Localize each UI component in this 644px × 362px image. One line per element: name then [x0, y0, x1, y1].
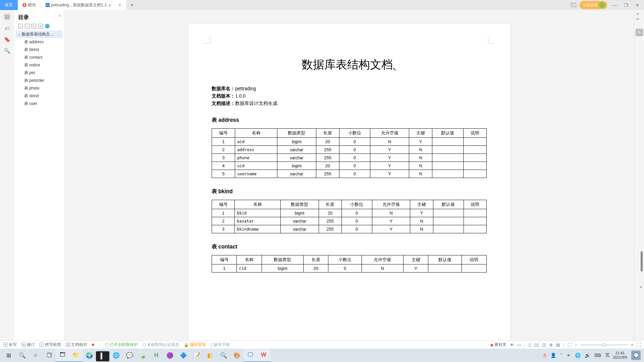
material-library[interactable]: ◆素材库 [490, 342, 506, 348]
status-auth[interactable]: ⬡未获取到认证状态 [143, 342, 179, 348]
tree-item-skind[interactable]: 表 skind [15, 92, 63, 100]
table-cell: Y [403, 264, 428, 273]
zoom-slider[interactable] [581, 345, 628, 345]
table-header: 说明 [463, 129, 486, 138]
table-header: 数据类型 [280, 200, 319, 209]
app-earth-icon[interactable]: 🌍 [83, 349, 96, 362]
table-cell [433, 225, 464, 233]
app-explorer-icon[interactable]: 📁 [69, 349, 83, 362]
tree-item-notice[interactable]: 表 notice [15, 61, 63, 69]
tree-item-user[interactable]: 表 user [15, 100, 63, 108]
maximize-button[interactable]: ❐ [622, 3, 630, 8]
tray-sync-icon[interactable]: ☀ [566, 353, 572, 358]
tree-item-contact[interactable]: 表 contact [15, 54, 63, 61]
bookmark-icon[interactable]: 🔖 [4, 36, 10, 43]
tree-item-pet[interactable]: 表 pet [15, 69, 63, 77]
app-folder-icon[interactable]: 🗔 [56, 349, 69, 362]
status-revise[interactable]: ✕修订 [21, 342, 35, 348]
layout-web-icon[interactable]: ⊕ [549, 343, 553, 347]
app-chrome-icon[interactable]: 🌐 [109, 349, 123, 362]
tray-lang-icon[interactable]: 英 [604, 352, 611, 358]
app-cube-icon[interactable]: ◧ [203, 349, 217, 362]
status-spellcheck[interactable]: ✓拼写检查 [40, 342, 61, 348]
table-cell: aid [235, 138, 277, 146]
status-proofread[interactable]: ☑文档校对 [66, 342, 87, 348]
status-restrict[interactable]: 🔒编辑受限 [184, 342, 206, 348]
search-icon[interactable]: 🔍 [4, 48, 10, 54]
app-notes-icon[interactable]: 📝 [190, 349, 203, 362]
tray-network-icon[interactable]: 🌐 [574, 353, 582, 358]
expand-icon[interactable]: + [32, 24, 36, 28]
fit-width-icon[interactable]: ⛶ [568, 343, 572, 347]
app-terminal-icon[interactable]: ▍ [96, 351, 109, 361]
word-icon: W [46, 3, 50, 7]
zoom-in-button[interactable]: + [631, 343, 633, 347]
expand-all-icon[interactable]: – [25, 24, 30, 28]
zoom-out-button[interactable]: − [575, 343, 577, 347]
zoom-knob[interactable] [603, 343, 606, 347]
tree-item-address[interactable]: 表 address [15, 38, 63, 46]
app-eclipse-icon[interactable]: 🟣 [163, 349, 176, 362]
taskview-icon[interactable]: ❐ [42, 349, 56, 362]
ruler-icon[interactable]: ⇄⇄ [636, 12, 639, 21]
layout-double-icon[interactable]: ▯▯ [534, 343, 539, 347]
window-count-icon[interactable] [571, 3, 576, 7]
status-rights[interactable]: 🛡已开启权限保护 [105, 342, 138, 348]
edit-mode-icon[interactable]: ✎ [636, 29, 643, 36]
collapse-all-icon[interactable]: – [18, 24, 23, 28]
app-paint-icon[interactable]: 🎨 [230, 349, 244, 362]
close-window-button[interactable]: ✕ [634, 3, 641, 8]
close-icon[interactable]: ✕ [118, 3, 121, 7]
tray-volume-icon[interactable]: 🔊 [584, 353, 591, 358]
tab-doke[interactable]: ⬇稻壳 [18, 0, 41, 10]
fullscreen-icon[interactable]: ⛶ [637, 343, 641, 347]
scrollbar-thumb[interactable] [641, 251, 643, 272]
document-canvas[interactable]: 数据库表结构文档↖ 数据库名：pettrading 文档版本：1.0.0 文档描… [64, 10, 634, 349]
tray-people-icon[interactable]: 👤 [549, 353, 557, 358]
table-header: 主键 [403, 255, 428, 264]
tray-ime-icon[interactable]: ⌨ [593, 353, 602, 358]
app-clover-icon[interactable]: 🔷 [176, 349, 190, 362]
close-outline-icon[interactable]: ✕ [58, 13, 61, 18]
new-tab-button[interactable]: + [126, 2, 138, 8]
notifications-icon[interactable]: 💬 [631, 351, 641, 360]
tab-document[interactable]: W pettrading…系统数据库文档1.1 ◐ ✕ [41, 0, 126, 10]
tree-root[interactable]: 数据库表结构文… [15, 31, 63, 38]
eye-icon[interactable]: 👁 [510, 343, 514, 347]
taskbar-clock[interactable]: 21:41 2021/9/9 [613, 351, 627, 360]
tab-home[interactable]: 首页 [0, 0, 18, 10]
tree-item-bkind[interactable]: 表 bkind [15, 46, 63, 54]
table-cell [464, 225, 486, 233]
scroll-up-icon[interactable]: ▲ [639, 285, 642, 288]
table-header: 数据类型 [277, 129, 316, 138]
table-header: 默认值 [432, 129, 463, 138]
view-page-icon[interactable]: ▭ [517, 343, 521, 347]
app-wechat-icon[interactable]: 💬 [123, 349, 136, 362]
app-wps-icon[interactable]: W [257, 349, 270, 362]
tray-sogou-icon[interactable]: S [542, 353, 547, 358]
status-rewrite[interactable]: ✎改写 [3, 342, 17, 348]
app-screen-icon[interactable]: 🖵 [244, 349, 257, 362]
tag-icon[interactable]: 🏷 [4, 25, 10, 32]
tree-item-petorder[interactable]: 表 petorder [15, 77, 63, 84]
outline-icon[interactable]: ▤ [4, 13, 10, 20]
tab-doke-label: 稻壳 [28, 2, 36, 8]
layout-outline-icon[interactable]: ▤ [556, 343, 560, 347]
expand2-icon[interactable]: + [38, 24, 43, 28]
tray-chevron-icon[interactable]: ˄ [559, 353, 564, 358]
layout-single-icon[interactable]: ▯ [529, 343, 531, 347]
taskbar-search-icon[interactable]: 🔍 [15, 349, 29, 362]
tree-item-photo[interactable]: 表 photo [15, 84, 63, 92]
table-header: 说明 [462, 255, 487, 264]
sync-icon[interactable] [45, 24, 50, 28]
cortana-icon[interactable]: ○ [29, 349, 42, 362]
app-zoom-icon[interactable]: 🔍 [217, 349, 230, 362]
status-missing-font[interactable]: ⤵缺失字体 [211, 342, 230, 348]
minimize-button[interactable]: — [610, 3, 619, 8]
table-cell: Y [370, 154, 409, 162]
app-leaf-icon[interactable]: 🍃 [136, 349, 150, 362]
app-h-icon[interactable]: H [150, 349, 163, 362]
layout-book-icon[interactable]: ◫ [542, 343, 546, 347]
start-button[interactable]: ⊞ [2, 349, 15, 362]
login-button[interactable]: 访客登录 [580, 1, 607, 9]
